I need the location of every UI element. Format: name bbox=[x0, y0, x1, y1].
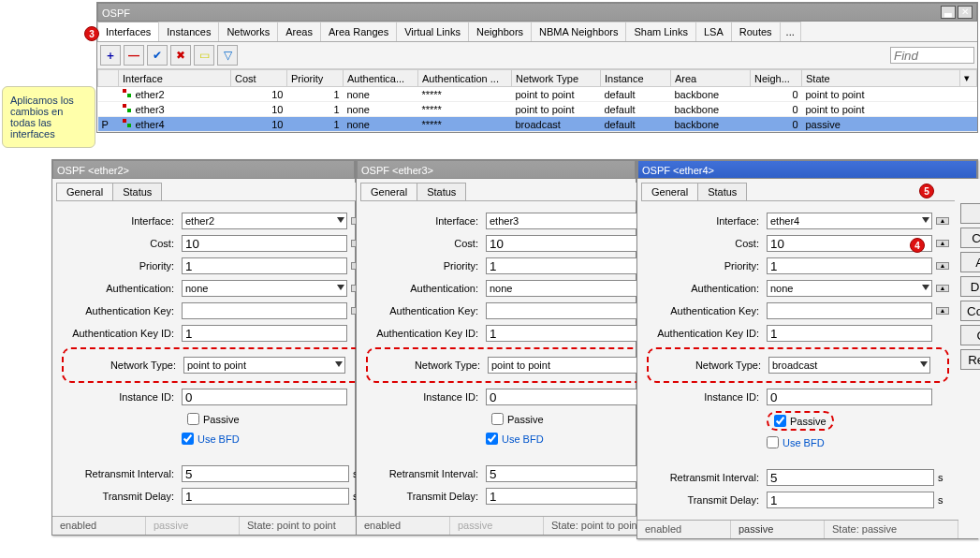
col-header[interactable]: Instance bbox=[601, 70, 671, 87]
comment-button[interactable]: ▭ bbox=[194, 45, 214, 66]
add-button[interactable]: ＋ bbox=[100, 45, 121, 66]
remove-button[interactable]: Remove bbox=[960, 349, 980, 370]
use-bfd-checkbox[interactable]: Use BFD bbox=[182, 433, 240, 445]
text-input[interactable] bbox=[486, 465, 653, 482]
combo-input[interactable]: point to point bbox=[183, 357, 345, 374]
text-input[interactable] bbox=[486, 302, 651, 319]
passive-checkbox[interactable]: Passive bbox=[187, 413, 240, 425]
comment-button[interactable]: Comment bbox=[960, 301, 980, 321]
main-tab-virtual-links[interactable]: Virtual Links bbox=[396, 22, 469, 41]
combo-input[interactable]: ether3 bbox=[486, 213, 651, 229]
main-tab-routes[interactable]: Routes bbox=[731, 22, 781, 41]
dialog-tab-status[interactable]: Status bbox=[112, 183, 162, 200]
combo-input[interactable]: point to point bbox=[488, 357, 650, 374]
main-tab-area-ranges[interactable]: Area Ranges bbox=[320, 22, 397, 41]
main-tab-areas[interactable]: Areas bbox=[277, 22, 321, 41]
main-tab-sham-links[interactable]: Sham Links bbox=[625, 22, 695, 41]
annotation-note: Aplicamos los cambios en todas las inter… bbox=[2, 86, 95, 148]
passive-checkbox[interactable]: Passive bbox=[491, 413, 544, 425]
text-input[interactable] bbox=[486, 257, 651, 274]
combo-input[interactable]: broadcast bbox=[768, 357, 930, 374]
col-header[interactable] bbox=[98, 70, 119, 87]
text-input[interactable] bbox=[486, 325, 651, 342]
text-input[interactable] bbox=[767, 257, 932, 274]
dialog-tab-general[interactable]: General bbox=[56, 183, 113, 200]
disable-button[interactable]: Disable bbox=[960, 276, 980, 297]
main-tab-neighbors[interactable]: Neighbors bbox=[468, 22, 532, 41]
field-auth-key-id: Authentication Key ID: bbox=[366, 325, 668, 342]
passive-checkbox[interactable]: Passive bbox=[774, 415, 826, 427]
minimize-icon[interactable]: ▃ bbox=[941, 6, 956, 19]
text-input[interactable] bbox=[182, 325, 347, 342]
label-auth-key: Authentication Key: bbox=[366, 305, 478, 316]
main-tab-lsa[interactable]: LSA bbox=[695, 22, 732, 41]
col-header[interactable]: Authentication ... bbox=[418, 70, 512, 87]
text-input[interactable] bbox=[486, 488, 653, 505]
ok-button[interactable]: OK bbox=[960, 203, 980, 224]
col-header[interactable]: Area bbox=[671, 70, 751, 87]
dialog-tab-general[interactable]: General bbox=[360, 183, 417, 200]
up-arrow-icon[interactable]: ▲ bbox=[936, 262, 949, 270]
combo-input[interactable]: ether4 bbox=[767, 213, 932, 229]
main-tab-networks[interactable]: Networks bbox=[218, 22, 278, 41]
text-input[interactable] bbox=[182, 257, 347, 274]
table-row[interactable]: ether3101none*****point to pointdefaultb… bbox=[98, 102, 977, 117]
cancel-button[interactable]: Cancel bbox=[960, 228, 980, 248]
field-retransmit-interval: Retransmit Interval:s bbox=[647, 469, 949, 486]
dialog-tabs: GeneralStatus bbox=[641, 183, 955, 201]
dialog-tab-status[interactable]: Status bbox=[697, 183, 747, 200]
apply-button[interactable]: Apply bbox=[960, 252, 980, 272]
combo-input[interactable]: ether2 bbox=[182, 213, 347, 229]
label-authentication: Authentication: bbox=[647, 283, 759, 294]
up-arrow-icon[interactable]: ▲ bbox=[936, 285, 949, 292]
text-input[interactable] bbox=[767, 325, 932, 342]
up-arrow-icon[interactable]: ▲ bbox=[936, 307, 949, 315]
text-input[interactable] bbox=[182, 302, 347, 319]
text-input[interactable] bbox=[486, 235, 651, 252]
table-row[interactable]: ether2101none*****point to pointdefaultb… bbox=[98, 87, 977, 102]
text-input[interactable] bbox=[767, 235, 932, 252]
combo-input[interactable]: none bbox=[486, 280, 651, 297]
col-header[interactable]: Neigh... bbox=[751, 70, 802, 87]
col-menu[interactable]: ▾ bbox=[960, 70, 977, 87]
combo-input[interactable]: none bbox=[182, 280, 347, 297]
close-icon[interactable]: ✕ bbox=[958, 6, 973, 19]
field-cost: Cost:▲ bbox=[647, 235, 949, 252]
main-tab-interfaces[interactable]: Interfaces bbox=[97, 22, 159, 41]
col-header[interactable]: Cost bbox=[231, 70, 287, 87]
col-header[interactable]: State bbox=[802, 70, 960, 87]
up-arrow-icon[interactable]: ▲ bbox=[936, 217, 949, 225]
text-input[interactable] bbox=[486, 389, 651, 405]
text-input[interactable] bbox=[767, 302, 932, 319]
use-bfd-checkbox[interactable]: Use BFD bbox=[767, 436, 825, 448]
enable-button[interactable]: ✔ bbox=[147, 45, 168, 66]
dialog-tab-status[interactable]: Status bbox=[417, 183, 466, 200]
dialog-titlebar[interactable]: OSPF <ether3> bbox=[357, 160, 636, 179]
text-input[interactable] bbox=[182, 465, 349, 482]
text-input[interactable] bbox=[767, 389, 932, 405]
up-arrow-icon[interactable]: ▲ bbox=[936, 240, 949, 247]
col-header[interactable]: Authentica... bbox=[344, 70, 418, 87]
main-tab-instances[interactable]: Instances bbox=[158, 22, 219, 41]
copy-button[interactable]: Copy bbox=[960, 325, 980, 345]
dialog-tab-general[interactable]: General bbox=[641, 183, 698, 200]
dialog-titlebar[interactable]: OSPF <ether2> bbox=[52, 160, 355, 179]
col-header[interactable]: Interface bbox=[119, 70, 231, 87]
use-bfd-checkbox[interactable]: Use BFD bbox=[486, 433, 544, 445]
remove-button[interactable]: — bbox=[124, 45, 144, 66]
disable-button[interactable]: ✖ bbox=[170, 45, 191, 66]
col-header[interactable]: Network Type bbox=[512, 70, 601, 87]
find-input[interactable] bbox=[890, 47, 974, 64]
main-tab--[interactable]: ... bbox=[780, 22, 801, 41]
combo-input[interactable]: none bbox=[767, 280, 932, 297]
table-row[interactable]: Pether4101none*****broadcastdefaultbackb… bbox=[98, 117, 977, 132]
text-input[interactable] bbox=[767, 469, 934, 486]
text-input[interactable] bbox=[182, 488, 349, 505]
filter-button[interactable]: ▽ bbox=[217, 45, 238, 66]
main-tab-nbma-neighbors[interactable]: NBMA Neighbors bbox=[531, 22, 626, 41]
text-input[interactable] bbox=[767, 492, 934, 508]
text-input[interactable] bbox=[182, 389, 347, 405]
dialog-titlebar[interactable]: OSPF <ether4> bbox=[637, 160, 977, 179]
text-input[interactable] bbox=[182, 235, 347, 252]
col-header[interactable]: Priority bbox=[287, 70, 344, 87]
